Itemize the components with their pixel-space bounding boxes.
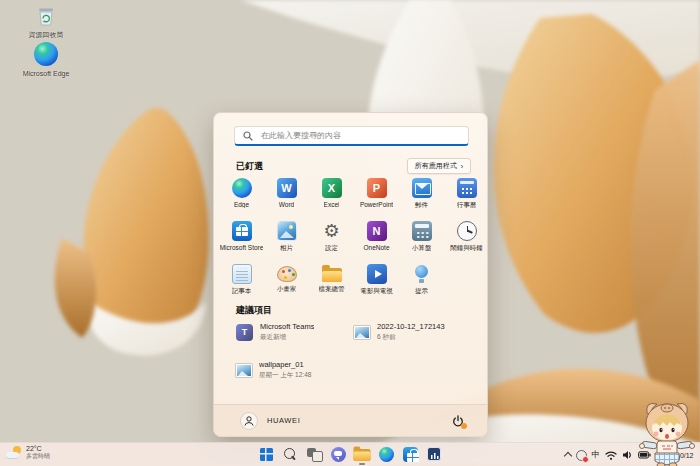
- search-icon: [243, 131, 253, 141]
- user-name: HUAWEI: [267, 416, 300, 425]
- start-search-input[interactable]: [259, 130, 439, 141]
- start-menu: 已釘選 所有應用程式 › Edge W Word X Excel P Power…: [213, 112, 488, 437]
- pinned-app-settings[interactable]: 設定: [309, 218, 354, 261]
- pc-manager-icon: [427, 447, 441, 461]
- desktop-icon-recycle-bin[interactable]: 資源回收筒: [18, 5, 74, 39]
- onenote-icon: N: [367, 221, 387, 241]
- calculator-icon: [412, 221, 432, 241]
- store-icon: [403, 447, 418, 462]
- start-button[interactable]: [257, 445, 275, 463]
- tray-expand-chevron-icon[interactable]: [563, 452, 571, 460]
- pinned-app-notepad[interactable]: 記事本: [219, 261, 264, 304]
- edge-icon: [34, 42, 58, 66]
- image-file-icon: [236, 364, 252, 377]
- gear-icon: [322, 221, 342, 241]
- pinned-app-word[interactable]: W Word: [264, 175, 309, 218]
- tray-app-icon[interactable]: [576, 450, 587, 461]
- all-apps-label: 所有應用程式: [415, 161, 457, 171]
- start-search-box[interactable]: [234, 126, 469, 146]
- edge-icon: [232, 178, 252, 198]
- update-dot: [461, 423, 467, 429]
- pinned-app-photos[interactable]: 相片: [264, 218, 309, 261]
- mail-icon: [412, 178, 432, 198]
- taskbar-search-button[interactable]: [281, 445, 299, 463]
- user-button[interactable]: HUAWEI: [240, 412, 300, 430]
- pinned-app-edge[interactable]: Edge: [219, 175, 264, 218]
- weather-icon: [6, 446, 22, 460]
- pinned-app-store[interactable]: Microsoft Store: [219, 218, 264, 261]
- pinned-grid: Edge W Word X Excel P PowerPoint 郵件 行事曆: [219, 175, 489, 304]
- task-view-button[interactable]: [305, 445, 323, 463]
- weather-widget[interactable]: 22°C 多雲時晴: [6, 445, 50, 461]
- taskbar-center: [257, 445, 443, 463]
- desktop-icon-label: Microsoft Edge: [21, 69, 71, 78]
- pinned-header: 已釘選: [236, 160, 263, 173]
- calendar-icon: [457, 178, 477, 198]
- pinned-app-file-explorer[interactable]: 檔案總管: [309, 261, 354, 304]
- pinned-app-calculator[interactable]: 小算盤: [399, 218, 444, 261]
- chat-bubble-icon: [331, 447, 346, 462]
- task-view-icon: [307, 447, 322, 461]
- pinned-app-onenote[interactable]: N OneNote: [354, 218, 399, 261]
- running-indicator: [359, 463, 365, 465]
- weather-condition: 多雲時晴: [26, 453, 50, 460]
- chevron-right-icon: ›: [461, 163, 463, 170]
- edge-icon: [379, 447, 394, 462]
- desktop-icon-edge[interactable]: Microsoft Edge: [18, 42, 74, 78]
- all-apps-button[interactable]: 所有應用程式 ›: [407, 158, 471, 174]
- user-avatar-icon: [240, 412, 258, 430]
- pinned-app-powerpoint[interactable]: P PowerPoint: [354, 175, 399, 218]
- word-icon: W: [277, 178, 297, 198]
- desktop: 資源回收筒 Microsoft Edge 已釘選 所有應用程式 › Edge W: [0, 0, 700, 466]
- pinned-app-paint[interactable]: 小畫家: [264, 261, 309, 304]
- edge-taskbar-button[interactable]: [377, 445, 395, 463]
- pc-manager-button[interactable]: [425, 445, 443, 463]
- folder-icon: [354, 449, 371, 461]
- notepad-icon: [232, 264, 252, 284]
- windows-logo-icon: [260, 448, 273, 461]
- pinned-app-calendar[interactable]: 行事曆: [444, 175, 489, 218]
- wifi-icon[interactable]: [605, 450, 617, 460]
- pinned-app-alarms[interactable]: 鬧鐘與時鐘: [444, 218, 489, 261]
- taskbar: 22°C 多雲時晴 中: [0, 442, 700, 466]
- store-taskbar-button[interactable]: [401, 445, 419, 463]
- powerpoint-icon: P: [367, 178, 387, 198]
- volume-icon[interactable]: [622, 450, 633, 460]
- desktop-icon-label: 資源回收筒: [29, 30, 64, 39]
- image-file-icon: [354, 326, 370, 339]
- search-icon: [284, 448, 297, 461]
- power-button[interactable]: [449, 412, 467, 430]
- store-icon: [232, 221, 252, 241]
- folder-icon: [322, 268, 342, 282]
- photos-icon: [277, 221, 297, 241]
- ime-indicator[interactable]: 中: [592, 449, 601, 461]
- pinned-app-movies[interactable]: 電影與電視: [354, 261, 399, 304]
- recycle-bin-icon: [35, 5, 57, 27]
- recommended-item-teams[interactable]: T Microsoft Teams 最近新增: [234, 315, 350, 349]
- pinned-app-tips[interactable]: 提示: [399, 261, 444, 304]
- recommended-item-file[interactable]: 2022-10-12_172143 6 秒前: [352, 315, 468, 349]
- pinned-app-excel[interactable]: X Excel: [309, 175, 354, 218]
- paint-palette-icon: [277, 266, 297, 282]
- lightbulb-icon: [412, 264, 432, 284]
- movies-tv-icon: [367, 264, 387, 284]
- start-menu-footer: HUAWEI: [214, 404, 487, 436]
- teams-icon: T: [236, 324, 253, 341]
- file-explorer-button[interactable]: [353, 445, 371, 463]
- alarm-clock-icon: [457, 221, 477, 241]
- chat-button[interactable]: [329, 445, 347, 463]
- mascot-sticker: [637, 397, 697, 466]
- recommended-item-file[interactable]: wallpaper_01 星期一 上午 12:48: [234, 353, 350, 387]
- excel-icon: X: [322, 178, 342, 198]
- pinned-app-mail[interactable]: 郵件: [399, 175, 444, 218]
